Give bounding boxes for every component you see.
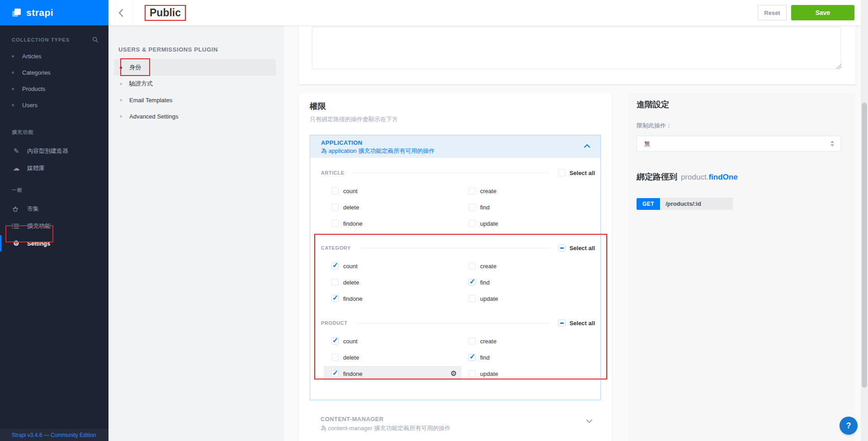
sidebar-item-users[interactable]: Users [0, 101, 108, 109]
help-button[interactable]: ? [840, 417, 858, 435]
application-description: 為 application 擴充功能定義所有可用的操作 [321, 147, 591, 155]
back-button[interactable] [108, 0, 134, 25]
checkbox[interactable] [331, 204, 339, 211]
permission-article-find[interactable]: find [468, 204, 595, 211]
brush-icon: ✎ [12, 147, 21, 155]
menu-item-label: Advanced Settings [129, 113, 178, 120]
checkbox[interactable] [331, 354, 339, 361]
permission-label: findone [343, 295, 363, 302]
application-header[interactable]: APPLICATION 為 application 擴充功能定義所有可用的操作 [310, 135, 600, 158]
route-row: GET /products/:id [637, 198, 846, 210]
collection-types-label: COLLECTION TYPES [12, 37, 70, 43]
permission-group-product: PRODUCT Select all count create delete f… [321, 319, 595, 377]
select-all-checkbox[interactable] [558, 169, 566, 176]
permission-label: delete [343, 204, 359, 211]
advanced-settings-panel: 進階設定 限制此操作： 無 綁定路徑到product.findOne GET /… [628, 93, 855, 441]
chevron-down-icon[interactable] [586, 419, 593, 423]
menu-item-providers[interactable]: 驗證方式 [114, 76, 276, 92]
permission-category-findone[interactable]: findone [321, 295, 468, 302]
permission-article-delete[interactable]: delete [321, 204, 468, 211]
bullet-icon [12, 71, 14, 74]
sidebar-item-settings[interactable]: ⚙ Settings [0, 239, 108, 248]
gear-icon[interactable]: ⚙ [450, 369, 457, 378]
chevron-up-icon[interactable] [584, 144, 590, 148]
strapi-logo[interactable]: strapi [0, 0, 108, 25]
role-description-textarea[interactable] [312, 27, 841, 69]
permission-group-category: CATEGORY Select all count create delete … [321, 244, 595, 302]
select-all-label: Select all [570, 320, 595, 327]
scrollbar-track[interactable] [861, 0, 868, 441]
checkbox[interactable] [331, 295, 339, 302]
permission-category-update[interactable]: update [468, 295, 595, 302]
bound-route-prefix: 綁定路徑到 [637, 172, 677, 181]
scrollbar-thumb[interactable] [862, 103, 867, 388]
gear-icon: ⚙ [12, 239, 21, 247]
content-manager-section[interactable]: CONTENT-MANAGER 為 content-manager 擴充功能定義… [299, 410, 612, 439]
permission-product-update[interactable]: update [468, 370, 595, 377]
select-all[interactable]: Select all [558, 244, 595, 251]
sidebar-item-articles[interactable]: Articles [0, 52, 108, 60]
sidebar-item-label: 內容型別建造器 [27, 147, 68, 155]
checkbox[interactable] [331, 337, 339, 345]
checkbox[interactable] [468, 279, 476, 286]
version-bar: Strapi v3.4.6 — Community Edition [0, 429, 108, 441]
divider [359, 248, 550, 248]
permission-label: find [480, 354, 490, 361]
sidebar-item-products[interactable]: Products [0, 85, 108, 92]
permission-article-create[interactable]: create [468, 187, 595, 194]
select-all[interactable]: Select all [558, 319, 595, 327]
permission-product-count[interactable]: count [321, 337, 468, 345]
checkbox[interactable] [331, 279, 339, 286]
reset-button[interactable]: Reset [758, 5, 787, 20]
checkbox[interactable] [468, 354, 476, 361]
permission-label: update [480, 295, 498, 302]
select-all[interactable]: Select all [558, 169, 595, 176]
permission-article-count[interactable]: count [321, 187, 468, 194]
general-section-label: 一般 [12, 187, 23, 194]
sidebar-item-media-library[interactable]: ☁媒體庫 [0, 164, 108, 173]
permission-product-create[interactable]: create [468, 337, 595, 345]
menu-item-advanced-settings[interactable]: Advanced Settings [114, 108, 276, 124]
permission-article-findone[interactable]: findone [321, 220, 468, 227]
checkbox[interactable] [468, 337, 476, 345]
sidebar-item-plugins[interactable]: 擴充功能 [0, 222, 108, 231]
permission-product-findone[interactable]: findone ⚙ [321, 370, 468, 377]
checkbox[interactable] [331, 370, 339, 377]
permission-product-find[interactable]: find [468, 354, 595, 361]
permission-category-delete[interactable]: delete [321, 279, 468, 286]
bullet-icon [120, 99, 122, 101]
route-path: /products/:id [660, 198, 733, 210]
version-link[interactable]: Strapi v3.4.6 — Community Edition [12, 432, 96, 438]
checkbox[interactable] [331, 187, 339, 194]
permission-article-update[interactable]: update [468, 220, 595, 227]
checkbox[interactable] [468, 262, 476, 270]
permission-category-create[interactable]: create [468, 262, 595, 270]
permission-category-find[interactable]: find [468, 279, 595, 286]
select-all-checkbox[interactable] [558, 244, 566, 251]
sidebar-item-content-type-builder[interactable]: ✎內容型別建造器 [0, 147, 108, 156]
checkbox[interactable] [468, 370, 476, 377]
permission-label: count [343, 188, 358, 194]
search-icon[interactable] [92, 37, 99, 43]
save-button[interactable]: Save [791, 5, 854, 20]
bullet-icon [12, 88, 14, 90]
menu-item-roles[interactable]: 身份 [114, 59, 276, 76]
checkbox[interactable] [468, 187, 476, 194]
sidebar-nav: COLLECTION TYPES Articles Categories Pro… [0, 25, 108, 248]
permissions-subtitle: 只有綁定路徑的操作會顯示在下方 [310, 115, 601, 123]
menu-item-email-templates[interactable]: Email Templates [114, 92, 276, 108]
checkbox[interactable] [468, 295, 476, 302]
checkbox[interactable] [468, 204, 476, 211]
restrict-action-select[interactable]: 無 [637, 136, 841, 152]
permission-category-count[interactable]: count [321, 262, 468, 270]
resize-grip[interactable] [836, 64, 841, 69]
select-all-checkbox[interactable] [558, 319, 566, 327]
checkbox[interactable] [331, 220, 339, 227]
sidebar-item-marketplace[interactable]: 市集 [0, 204, 108, 213]
permission-product-delete[interactable]: delete [321, 354, 468, 361]
permission-label: update [480, 220, 498, 227]
checkbox[interactable] [468, 220, 476, 227]
sidebar-item-categories[interactable]: Categories [0, 69, 108, 76]
bound-route-title: 綁定路徑到product.findOne [637, 171, 846, 182]
checkbox[interactable] [331, 262, 339, 270]
